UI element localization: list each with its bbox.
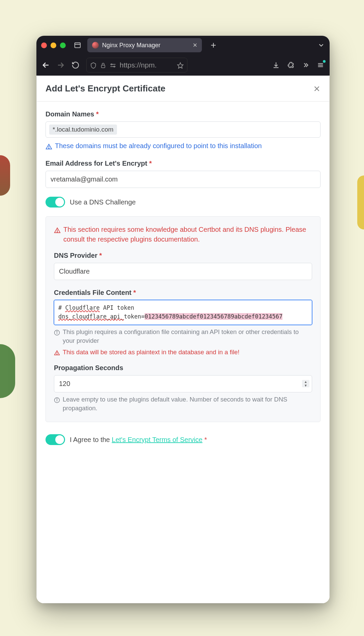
downloads-icon[interactable] (272, 61, 280, 69)
propagation-hint: Leave empty to use the plugins default v… (54, 395, 312, 413)
number-spinner[interactable]: ▲▼ (302, 380, 309, 387)
svg-point-30 (57, 398, 57, 399)
page-content: Add Let's Encrypt Certificate Domain Nam… (36, 76, 330, 603)
modal-title: Add Let's Encrypt Certificate (46, 83, 165, 94)
email-input[interactable] (46, 171, 321, 188)
tabs-dropdown-icon[interactable] (317, 42, 325, 49)
agree-text: I Agree to the Let's Encrypt Terms of Se… (70, 436, 207, 444)
svg-rect-0 (75, 43, 81, 48)
modal-body: Domain Names * *.local.tudominio.com The… (37, 102, 329, 434)
dns-provider-label: DNS Provider * (54, 252, 312, 259)
certificate-modal: Add Let's Encrypt Certificate Domain Nam… (36, 76, 330, 603)
dns-challenge-label: Use a DNS Challenge (70, 198, 136, 206)
credentials-warning: This data will be stored as plaintext in… (54, 348, 312, 357)
window-titlebar: Nginx Proxy Manager × + (36, 36, 330, 55)
browser-toolbar: https://npm. (36, 55, 330, 76)
svg-point-22 (57, 232, 58, 232)
decorative-blob (0, 155, 10, 196)
svg-point-25 (57, 331, 57, 332)
email-label: Email Address for Let's Encrypt * (46, 160, 321, 167)
warning-icon (54, 348, 60, 357)
propagation-label: Propagation Seconds (54, 364, 312, 372)
required-asterisk: * (133, 289, 136, 296)
svg-rect-4 (101, 65, 105, 68)
required-asterisk: * (204, 436, 207, 443)
domain-hint: These domains must be already configured… (46, 141, 321, 151)
decorative-blob (357, 175, 364, 229)
extensions-icon[interactable] (287, 61, 295, 69)
reload-button[interactable] (71, 61, 80, 69)
url-text: https://npm. (120, 61, 174, 69)
credentials-label: Credentials File Content * (54, 289, 312, 297)
credentials-textarea[interactable]: # Cloudflare API tokendns_cloudflare_api… (54, 300, 312, 325)
dns-challenge-section: This section requires some knowledge abo… (46, 216, 321, 422)
tab-close-button[interactable]: × (193, 42, 197, 49)
domain-names-input[interactable]: *.local.tudominio.com (46, 121, 321, 138)
warning-icon (46, 141, 52, 151)
window-zoom-button[interactable] (60, 43, 66, 48)
new-tab-button[interactable]: + (211, 40, 216, 50)
modal-close-button[interactable] (313, 85, 321, 92)
traffic-lights (41, 43, 66, 48)
domain-chip[interactable]: *.local.tudominio.com (49, 125, 117, 135)
credentials-hint: This plugin requires a configuration fil… (54, 328, 312, 345)
svg-point-27 (57, 354, 57, 355)
shield-icon (90, 61, 97, 69)
info-icon (54, 395, 60, 404)
lock-icon (100, 61, 106, 69)
tos-link[interactable]: Let's Encrypt Terms of Service (112, 436, 203, 443)
svg-point-5 (111, 64, 112, 65)
required-asterisk: * (96, 110, 99, 118)
svg-point-6 (114, 66, 115, 67)
overflow-icon[interactable] (302, 61, 309, 69)
sidebar-toggle-icon[interactable] (74, 42, 81, 49)
permissions-icon (110, 61, 116, 69)
domain-names-label: Domain Names * (46, 110, 321, 118)
info-icon (54, 328, 60, 336)
dns-section-warning: This section requires some knowledge abo… (54, 225, 312, 244)
forward-button (57, 61, 65, 69)
dns-provider-select[interactable] (54, 263, 312, 280)
dns-challenge-toggle[interactable] (46, 197, 65, 208)
required-asterisk: * (149, 160, 152, 167)
app-menu-icon[interactable] (317, 61, 324, 69)
decorative-blob (0, 344, 15, 398)
agree-toggle[interactable] (46, 434, 65, 445)
browser-tab[interactable]: Nginx Proxy Manager × (87, 38, 202, 52)
warning-icon (54, 225, 61, 234)
tab-favicon (92, 42, 99, 49)
window-close-button[interactable] (41, 43, 47, 48)
back-button[interactable] (42, 61, 50, 69)
svg-point-20 (49, 148, 49, 149)
svg-marker-11 (178, 63, 183, 68)
window-minimize-button[interactable] (51, 43, 56, 48)
propagation-input[interactable] (54, 375, 312, 392)
required-asterisk: * (99, 252, 102, 259)
browser-window: Nginx Proxy Manager × + https://npm. (36, 36, 330, 603)
agree-row: I Agree to the Let's Encrypt Terms of Se… (37, 434, 329, 452)
url-bar[interactable]: https://npm. (86, 58, 187, 73)
tab-title: Nginx Proxy Manager (102, 42, 160, 49)
modal-header: Add Let's Encrypt Certificate (37, 76, 329, 102)
star-icon[interactable] (177, 61, 184, 69)
